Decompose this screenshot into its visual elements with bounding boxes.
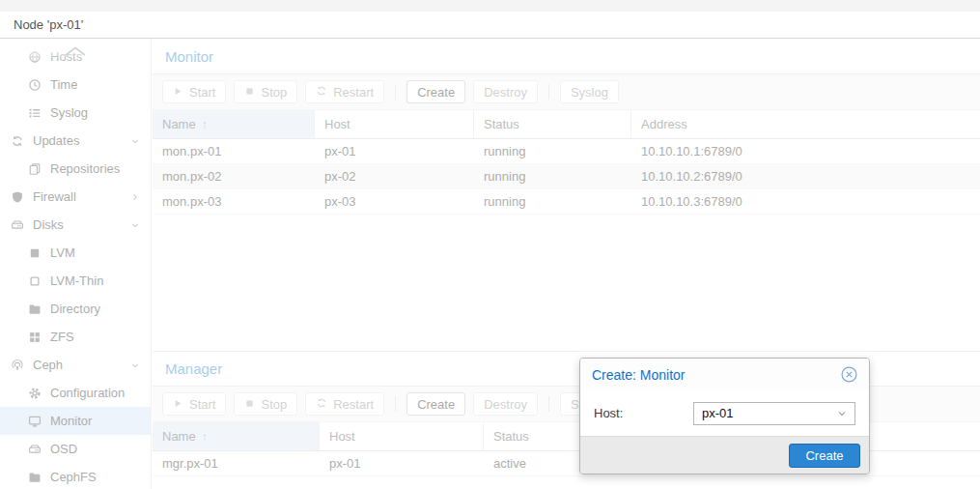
chevron-down-icon[interactable] bbox=[836, 408, 848, 419]
host-combobox[interactable]: px-01 bbox=[693, 402, 855, 425]
create-monitor-dialog: Create: Monitor Host: px-01 Create bbox=[579, 358, 870, 475]
dialog-footer: Create bbox=[580, 436, 869, 474]
dialog-title: Create: Monitor bbox=[592, 367, 685, 383]
top-strip bbox=[0, 0, 980, 12]
close-icon[interactable] bbox=[841, 366, 857, 383]
host-combobox-value: px-01 bbox=[702, 406, 734, 420]
dialog-body: Host: px-01 bbox=[580, 390, 869, 436]
node-header-bar: Node 'px-01' bbox=[0, 12, 980, 39]
host-label: Host: bbox=[594, 406, 693, 420]
dialog-create-button[interactable]: Create bbox=[789, 444, 860, 468]
node-title: Node 'px-01' bbox=[14, 17, 83, 32]
proxmox-node-screen: Node 'px-01' Hosts Time Syslog bbox=[0, 0, 980, 489]
dialog-header: Create: Monitor bbox=[580, 359, 869, 390]
